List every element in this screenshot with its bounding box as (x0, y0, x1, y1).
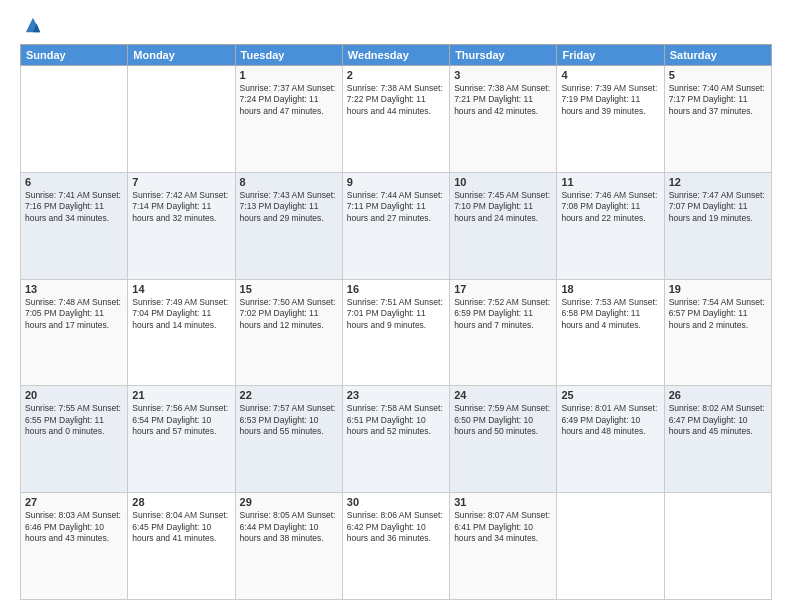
calendar-cell (21, 66, 128, 173)
day-number: 1 (240, 69, 338, 81)
day-info: Sunrise: 7:56 AM Sunset: 6:54 PM Dayligh… (132, 403, 230, 437)
calendar-cell: 24Sunrise: 7:59 AM Sunset: 6:50 PM Dayli… (450, 386, 557, 493)
day-info: Sunrise: 7:50 AM Sunset: 7:02 PM Dayligh… (240, 297, 338, 331)
weekday-header: Tuesday (235, 45, 342, 66)
calendar-cell: 26Sunrise: 8:02 AM Sunset: 6:47 PM Dayli… (664, 386, 771, 493)
day-number: 15 (240, 283, 338, 295)
calendar-cell: 14Sunrise: 7:49 AM Sunset: 7:04 PM Dayli… (128, 279, 235, 386)
day-info: Sunrise: 7:38 AM Sunset: 7:22 PM Dayligh… (347, 83, 445, 117)
day-number: 9 (347, 176, 445, 188)
weekday-header: Saturday (664, 45, 771, 66)
day-number: 30 (347, 496, 445, 508)
weekday-header: Friday (557, 45, 664, 66)
day-info: Sunrise: 7:46 AM Sunset: 7:08 PM Dayligh… (561, 190, 659, 224)
day-info: Sunrise: 7:57 AM Sunset: 6:53 PM Dayligh… (240, 403, 338, 437)
day-number: 16 (347, 283, 445, 295)
header (20, 16, 772, 34)
day-number: 27 (25, 496, 123, 508)
day-info: Sunrise: 7:44 AM Sunset: 7:11 PM Dayligh… (347, 190, 445, 224)
calendar-cell (128, 66, 235, 173)
day-info: Sunrise: 7:47 AM Sunset: 7:07 PM Dayligh… (669, 190, 767, 224)
day-info: Sunrise: 8:06 AM Sunset: 6:42 PM Dayligh… (347, 510, 445, 544)
calendar-cell: 11Sunrise: 7:46 AM Sunset: 7:08 PM Dayli… (557, 172, 664, 279)
day-info: Sunrise: 7:52 AM Sunset: 6:59 PM Dayligh… (454, 297, 552, 331)
weekday-header-row: SundayMondayTuesdayWednesdayThursdayFrid… (21, 45, 772, 66)
day-info: Sunrise: 7:54 AM Sunset: 6:57 PM Dayligh… (669, 297, 767, 331)
day-number: 6 (25, 176, 123, 188)
day-info: Sunrise: 8:07 AM Sunset: 6:41 PM Dayligh… (454, 510, 552, 544)
calendar-cell: 2Sunrise: 7:38 AM Sunset: 7:22 PM Daylig… (342, 66, 449, 173)
calendar-cell: 31Sunrise: 8:07 AM Sunset: 6:41 PM Dayli… (450, 493, 557, 600)
calendar-cell: 23Sunrise: 7:58 AM Sunset: 6:51 PM Dayli… (342, 386, 449, 493)
day-number: 8 (240, 176, 338, 188)
day-number: 13 (25, 283, 123, 295)
calendar-cell: 29Sunrise: 8:05 AM Sunset: 6:44 PM Dayli… (235, 493, 342, 600)
calendar-cell: 25Sunrise: 8:01 AM Sunset: 6:49 PM Dayli… (557, 386, 664, 493)
calendar-cell: 6Sunrise: 7:41 AM Sunset: 7:16 PM Daylig… (21, 172, 128, 279)
day-info: Sunrise: 7:41 AM Sunset: 7:16 PM Dayligh… (25, 190, 123, 224)
day-info: Sunrise: 7:45 AM Sunset: 7:10 PM Dayligh… (454, 190, 552, 224)
calendar-cell: 18Sunrise: 7:53 AM Sunset: 6:58 PM Dayli… (557, 279, 664, 386)
day-number: 20 (25, 389, 123, 401)
calendar-cell: 22Sunrise: 7:57 AM Sunset: 6:53 PM Dayli… (235, 386, 342, 493)
day-info: Sunrise: 7:59 AM Sunset: 6:50 PM Dayligh… (454, 403, 552, 437)
day-info: Sunrise: 7:38 AM Sunset: 7:21 PM Dayligh… (454, 83, 552, 117)
calendar-cell: 7Sunrise: 7:42 AM Sunset: 7:14 PM Daylig… (128, 172, 235, 279)
page: SundayMondayTuesdayWednesdayThursdayFrid… (0, 0, 792, 612)
day-info: Sunrise: 7:48 AM Sunset: 7:05 PM Dayligh… (25, 297, 123, 331)
calendar-cell (557, 493, 664, 600)
day-info: Sunrise: 8:02 AM Sunset: 6:47 PM Dayligh… (669, 403, 767, 437)
day-number: 21 (132, 389, 230, 401)
calendar-week-row: 27Sunrise: 8:03 AM Sunset: 6:46 PM Dayli… (21, 493, 772, 600)
calendar-cell: 15Sunrise: 7:50 AM Sunset: 7:02 PM Dayli… (235, 279, 342, 386)
day-number: 5 (669, 69, 767, 81)
day-number: 14 (132, 283, 230, 295)
day-number: 25 (561, 389, 659, 401)
calendar-cell: 4Sunrise: 7:39 AM Sunset: 7:19 PM Daylig… (557, 66, 664, 173)
day-info: Sunrise: 7:39 AM Sunset: 7:19 PM Dayligh… (561, 83, 659, 117)
calendar-cell: 30Sunrise: 8:06 AM Sunset: 6:42 PM Dayli… (342, 493, 449, 600)
calendar-week-row: 1Sunrise: 7:37 AM Sunset: 7:24 PM Daylig… (21, 66, 772, 173)
day-info: Sunrise: 7:51 AM Sunset: 7:01 PM Dayligh… (347, 297, 445, 331)
weekday-header: Thursday (450, 45, 557, 66)
day-info: Sunrise: 7:40 AM Sunset: 7:17 PM Dayligh… (669, 83, 767, 117)
calendar-cell: 28Sunrise: 8:04 AM Sunset: 6:45 PM Dayli… (128, 493, 235, 600)
weekday-header: Wednesday (342, 45, 449, 66)
day-info: Sunrise: 7:58 AM Sunset: 6:51 PM Dayligh… (347, 403, 445, 437)
day-number: 19 (669, 283, 767, 295)
calendar-cell: 13Sunrise: 7:48 AM Sunset: 7:05 PM Dayli… (21, 279, 128, 386)
day-number: 22 (240, 389, 338, 401)
day-number: 18 (561, 283, 659, 295)
day-number: 24 (454, 389, 552, 401)
day-number: 11 (561, 176, 659, 188)
day-info: Sunrise: 7:55 AM Sunset: 6:55 PM Dayligh… (25, 403, 123, 437)
day-number: 29 (240, 496, 338, 508)
day-number: 23 (347, 389, 445, 401)
day-info: Sunrise: 7:43 AM Sunset: 7:13 PM Dayligh… (240, 190, 338, 224)
day-info: Sunrise: 7:49 AM Sunset: 7:04 PM Dayligh… (132, 297, 230, 331)
day-number: 28 (132, 496, 230, 508)
calendar-cell: 17Sunrise: 7:52 AM Sunset: 6:59 PM Dayli… (450, 279, 557, 386)
calendar-cell: 8Sunrise: 7:43 AM Sunset: 7:13 PM Daylig… (235, 172, 342, 279)
day-info: Sunrise: 7:53 AM Sunset: 6:58 PM Dayligh… (561, 297, 659, 331)
day-info: Sunrise: 8:01 AM Sunset: 6:49 PM Dayligh… (561, 403, 659, 437)
calendar-cell: 21Sunrise: 7:56 AM Sunset: 6:54 PM Dayli… (128, 386, 235, 493)
calendar: SundayMondayTuesdayWednesdayThursdayFrid… (20, 44, 772, 600)
day-number: 3 (454, 69, 552, 81)
calendar-cell: 3Sunrise: 7:38 AM Sunset: 7:21 PM Daylig… (450, 66, 557, 173)
day-info: Sunrise: 8:05 AM Sunset: 6:44 PM Dayligh… (240, 510, 338, 544)
day-number: 26 (669, 389, 767, 401)
day-info: Sunrise: 7:37 AM Sunset: 7:24 PM Dayligh… (240, 83, 338, 117)
day-number: 2 (347, 69, 445, 81)
weekday-header: Monday (128, 45, 235, 66)
calendar-cell: 16Sunrise: 7:51 AM Sunset: 7:01 PM Dayli… (342, 279, 449, 386)
calendar-cell: 20Sunrise: 7:55 AM Sunset: 6:55 PM Dayli… (21, 386, 128, 493)
day-number: 31 (454, 496, 552, 508)
day-info: Sunrise: 7:42 AM Sunset: 7:14 PM Dayligh… (132, 190, 230, 224)
day-info: Sunrise: 8:03 AM Sunset: 6:46 PM Dayligh… (25, 510, 123, 544)
day-number: 12 (669, 176, 767, 188)
calendar-cell: 12Sunrise: 7:47 AM Sunset: 7:07 PM Dayli… (664, 172, 771, 279)
calendar-cell: 10Sunrise: 7:45 AM Sunset: 7:10 PM Dayli… (450, 172, 557, 279)
calendar-cell: 27Sunrise: 8:03 AM Sunset: 6:46 PM Dayli… (21, 493, 128, 600)
calendar-week-row: 6Sunrise: 7:41 AM Sunset: 7:16 PM Daylig… (21, 172, 772, 279)
